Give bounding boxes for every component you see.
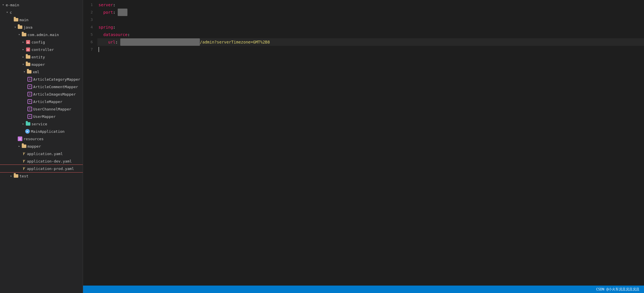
yaml-colon: :	[113, 1, 115, 9]
application-dev-yaml-label: application-dev.yaml	[27, 159, 72, 163]
code-line-7[interactable]	[97, 46, 644, 53]
root-c-node[interactable]: c	[0, 9, 83, 16]
file-explorer: e-main c main java com.admin.main ⚙ conf…	[0, 0, 83, 293]
application-yaml-file[interactable]: application.yaml	[0, 150, 83, 157]
expand-arrow	[22, 70, 26, 74]
folder-icon	[14, 174, 18, 178]
line-numbers: 1 2 3 4 5 6 7	[83, 1, 97, 293]
config-folder[interactable]: ⚙ config	[0, 38, 83, 46]
controller-label: controller	[31, 47, 54, 52]
test-label: test	[19, 174, 28, 178]
article-images-mapper-file[interactable]: ArticleImagesMapper	[0, 90, 83, 98]
xml-folder[interactable]: xml	[0, 68, 83, 76]
expand-arrow	[13, 25, 17, 29]
entity-label: entity	[31, 55, 45, 59]
user-channel-mapper-file[interactable]: UserChannelMapper	[0, 105, 83, 113]
controller-folder[interactable]: ⚙ controller	[0, 46, 83, 53]
article-mapper-label: ArticleMapper	[33, 100, 62, 104]
line-number-2: 2	[83, 9, 93, 16]
resources-folder[interactable]: resources	[0, 135, 83, 142]
service-label: service	[31, 122, 47, 126]
com-admin-main-folder[interactable]: com.admin.main	[0, 31, 83, 38]
folder-icon	[26, 55, 30, 59]
resources-label: resources	[23, 137, 44, 141]
folder-icon	[14, 18, 18, 21]
expand-arrow	[21, 122, 25, 126]
application-dev-yaml-file[interactable]: application-dev.yaml	[0, 157, 83, 165]
user-mapper-label: UserMapper	[33, 114, 56, 119]
mapper-file-icon	[27, 92, 32, 96]
yaml-colon-4: :	[113, 23, 115, 31]
line-number-3: 3	[83, 16, 93, 23]
resources-icon	[18, 136, 22, 141]
controller-icon: ⚙	[26, 47, 30, 52]
yaml-key-spring: spring	[99, 23, 113, 31]
folder-icon	[26, 63, 30, 66]
java-folder[interactable]: java	[0, 23, 83, 31]
line-number-1: 1	[83, 1, 93, 9]
service-folder-icon	[26, 122, 30, 126]
mapper-file-icon	[27, 114, 32, 119]
yaml-colon-5: :	[127, 31, 130, 38]
config-icon: ⚙	[26, 40, 30, 44]
mapper-file-icon	[27, 84, 32, 89]
yaml-key-server: server	[99, 1, 113, 9]
project-root[interactable]: e-main	[0, 1, 83, 9]
folder-icon	[27, 70, 31, 74]
main-application-file[interactable]: MainApplication	[0, 128, 83, 135]
expand-arrow	[21, 62, 25, 66]
test-folder[interactable]: test	[0, 172, 83, 180]
line-number-4: 4	[83, 23, 93, 31]
yaml-key-datasource: datasource	[103, 31, 127, 38]
expand-arrow	[21, 40, 25, 44]
mapper-file-icon	[27, 107, 32, 111]
status-bar: CSDN @小火车况且况且况且	[83, 286, 644, 293]
article-mapper-file[interactable]: ArticleMapper	[0, 98, 83, 105]
yaml-url-obfuscated: jdbc:mysql://192.168.111.112.3306	[120, 38, 200, 46]
service-folder[interactable]: service	[0, 120, 83, 128]
entity-folder[interactable]: entity	[0, 53, 83, 61]
folder-icon	[18, 25, 22, 29]
code-editor: 1 2 3 4 5 6 7 server: port: 8888 spring:	[83, 0, 644, 293]
resources-mapper-folder[interactable]: mapper	[0, 142, 83, 150]
code-line-2: port: 8888	[97, 9, 644, 16]
config-label: config	[31, 40, 45, 44]
line-number-5: 5	[83, 31, 93, 38]
code-content[interactable]: server: port: 8888 spring: datasource: u…	[97, 1, 644, 293]
user-mapper-file[interactable]: UserMapper	[0, 113, 83, 120]
yaml-file-icon	[21, 151, 26, 156]
folder-icon	[22, 33, 26, 36]
project-name: e-main	[6, 3, 19, 7]
xml-label: xml	[33, 70, 39, 74]
yaml-key-port: port	[103, 9, 113, 16]
article-images-mapper-label: ArticleImagesMapper	[33, 92, 76, 96]
application-prod-yaml-label: application-prod.yaml	[27, 167, 74, 171]
main-folder[interactable]: main	[0, 16, 83, 23]
article-comment-mapper-file[interactable]: ArticleCommentMapper	[0, 83, 83, 90]
mapper-folder[interactable]: mapper	[0, 61, 83, 68]
application-prod-yaml-file[interactable]: application-prod.yaml	[0, 165, 83, 172]
status-bar-text: CSDN @小火车况且况且况且	[596, 287, 639, 292]
resources-mapper-label: mapper	[27, 144, 41, 149]
folder-icon	[22, 144, 26, 148]
root-label: c	[10, 10, 12, 15]
code-line-3	[97, 16, 644, 23]
code-line-6: url: jdbc:mysql://192.168.111.112.3306/a…	[97, 38, 644, 46]
yaml-port-value: 8888	[118, 9, 127, 16]
line-number-6: 6	[83, 38, 93, 46]
yaml-colon-6: :	[115, 38, 120, 46]
spacer	[13, 137, 17, 141]
svg-text:⚙: ⚙	[27, 48, 29, 51]
yaml-file-icon	[21, 159, 26, 163]
com-admin-label: com.admin.main	[27, 33, 59, 37]
code-line-1: server:	[97, 1, 644, 9]
mapper-label: mapper	[31, 62, 45, 67]
text-cursor	[99, 47, 99, 52]
article-category-mapper-file[interactable]: ArticleCategoryMapper	[0, 76, 83, 83]
expand-arrow	[5, 10, 9, 14]
app-file-icon	[25, 129, 30, 134]
code-line-5: datasource:	[97, 31, 644, 38]
expand-arrow	[17, 33, 21, 37]
expand-arrow	[21, 55, 25, 59]
yaml-url-suffix: /admin?serverTimezone=GMT%2B8	[200, 38, 270, 46]
